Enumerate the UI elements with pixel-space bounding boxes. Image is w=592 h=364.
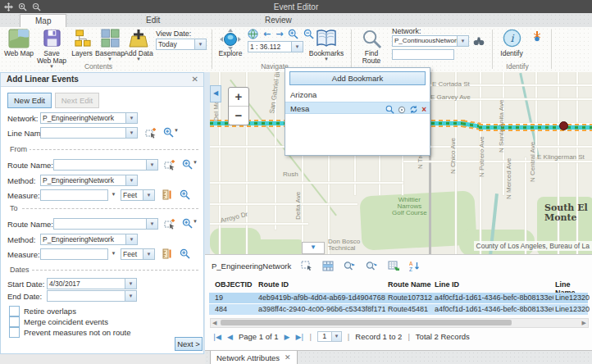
page-number-combo[interactable]: 1 ▼ [317,331,342,342]
select-line-on-map-icon[interactable] [145,127,157,139]
chevron-down-icon[interactable]: ▼ [125,290,137,302]
scroll-right-icon[interactable]: ▶ [582,319,586,326]
chevron-down-icon[interactable]: ▼ [108,248,119,260]
explore-button[interactable]: Explore [216,29,244,57]
scroll-left-icon[interactable]: ◀ [212,319,216,326]
last-page-icon[interactable]: ▶| [295,333,303,341]
next-page-icon[interactable]: ▶ [285,333,290,341]
col-header-route-id[interactable]: Route ID [258,280,385,292]
zoom-in-tool-icon[interactable] [288,29,298,39]
panel-network-combo[interactable]: P_EngineeringNetwork ▼ [40,112,138,124]
switch-selection-icon[interactable] [388,261,399,271]
from-measure-zoom-icon[interactable] [180,189,190,200]
tab-review[interactable]: Review [250,14,307,26]
tab-network-attributes[interactable]: Network Attributes ✕ [210,351,298,364]
chevron-down-icon[interactable]: ▼ [332,331,342,342]
network-combo[interactable]: P_ContinuousNetwork ▼ [392,35,469,47]
show-selected-records-icon[interactable] [322,261,334,271]
chevron-down-icon[interactable]: ▼ [126,112,138,124]
scrollbar-thumb[interactable] [221,320,512,325]
layers-button[interactable]: Layers [69,29,95,57]
web-map-button[interactable]: Web Map [3,29,34,57]
delete-bookmark-icon[interactable]: × [421,103,426,116]
chevron-down-icon[interactable]: ▼ [126,175,138,186]
cell-objectid: 19 [215,293,256,304]
chevron-down-icon[interactable]: ▼ [125,278,137,289]
view-date-combo[interactable]: Today ▼ [156,39,207,50]
select-records-icon[interactable] [301,261,312,271]
binoculars-icon[interactable] [473,36,485,46]
bookmark-item-arizona[interactable]: Arizona [285,89,430,101]
collapse-table-arrow[interactable]: ▼ [302,242,325,254]
next-extent-icon[interactable]: → [276,30,283,39]
zoom-to-line-icon[interactable]: ▼ [163,127,179,138]
map-zoom-out-button[interactable]: − [229,107,248,125]
add-data-button[interactable]: Add Data ▼ [123,29,154,61]
chevron-down-icon[interactable]: ▼ [458,35,469,47]
table-horizontal-scrollbar[interactable]: ◀ ▶ [210,318,589,328]
chevron-down-icon[interactable]: ▼ [143,248,155,260]
chevron-down-icon[interactable]: ▼ [292,41,303,52]
close-icon[interactable]: ✕ [285,353,291,362]
new-edit-button[interactable]: New Edit [7,93,52,108]
bookmark-item-mesa[interactable]: Mesa × [285,102,430,114]
merge-coincident-checkbox[interactable] [9,316,20,327]
identify-pin-icon[interactable] [531,30,543,42]
next-button[interactable]: Next > [175,337,203,351]
next-edit-button[interactable]: Next Edit [55,93,99,108]
to-measure-zoom-icon[interactable] [180,248,190,259]
collapse-panel-arrow[interactable]: ◀ [210,85,221,102]
chevron-down-icon[interactable]: ▼ [147,159,158,171]
from-unit-combo[interactable]: Feet ▼ [121,189,155,201]
close-icon[interactable]: ✕ [192,75,198,84]
update-bookmark-icon[interactable] [409,105,418,114]
to-measure-ruler-icon[interactable] [162,248,172,259]
identify-button[interactable]: i Identify [497,29,526,57]
zoom-to-bookmark-icon[interactable] [385,105,394,114]
sort-records-icon[interactable]: AZ [409,261,421,271]
map-zoom-in-button[interactable]: + [229,88,248,107]
tab-map[interactable]: Map [20,14,66,28]
select-to-route-on-map-icon[interactable] [164,218,175,230]
to-measure-input[interactable]: ▼ [40,248,119,260]
to-method-combo[interactable]: P_EngineeringNetwork ▼ [40,234,138,245]
add-bookmark-button[interactable]: Add Bookmark [289,71,426,85]
zoom-to-selected-icon[interactable] [344,261,356,271]
previous-extent-icon[interactable]: ← [263,30,271,39]
previous-page-icon[interactable]: ◀ [227,333,233,341]
chevron-down-icon[interactable]: ▼ [108,189,119,201]
line-name-combo[interactable]: ▼ [40,127,138,139]
chevron-down-icon[interactable]: ▼ [143,189,155,201]
from-method-combo[interactable]: P_EngineeringNetwork ▼ [40,175,138,186]
retire-overlaps-checkbox[interactable] [9,306,20,316]
tab-edit[interactable]: Edit [131,14,175,26]
chevron-down-icon[interactable]: ▼ [195,39,207,50]
zoom-to-to-route-icon[interactable]: ▼ [182,218,198,229]
find-route-button[interactable]: Find Route [357,29,385,65]
zoom-to-from-route-icon[interactable]: ▼ [182,159,198,170]
pan-to-bookmark-icon[interactable] [398,106,406,114]
chevron-down-icon[interactable]: ▼ [126,127,138,139]
col-header-line-name[interactable]: Line Name [555,280,592,292]
start-date-combo[interactable]: 4/30/2017 ▼ [47,278,137,289]
from-measure-input[interactable]: ▼ [40,189,119,201]
chevron-down-icon[interactable]: ▼ [126,234,138,245]
bookmarks-button[interactable]: Bookmarks ▼ [308,29,344,61]
col-header-route-name[interactable]: Route Name [388,280,433,292]
from-route-combo[interactable]: ▼ [53,159,158,171]
to-route-combo[interactable]: ▼ [53,218,158,230]
find-route-input[interactable] [392,49,454,60]
basemap-button[interactable]: Basemap ▼ [95,29,125,61]
select-from-route-on-map-icon[interactable] [164,159,175,171]
from-measure-ruler-icon[interactable] [162,189,172,200]
chevron-down-icon[interactable]: ▼ [147,218,158,230]
prevent-measures-checkbox[interactable] [9,327,20,338]
pan-to-selected-icon[interactable] [366,261,378,271]
col-header-line-id[interactable]: Line ID [435,280,553,292]
to-unit-combo[interactable]: Feet ▼ [121,248,155,260]
col-header-objectid[interactable]: OBJECTID [215,280,256,292]
end-date-combo[interactable]: ▼ [47,290,137,302]
first-page-icon[interactable]: |◀ [213,333,221,341]
globe-icon[interactable] [248,29,258,39]
scale-combo[interactable]: 1 : 36.112 ▼ [248,41,303,52]
